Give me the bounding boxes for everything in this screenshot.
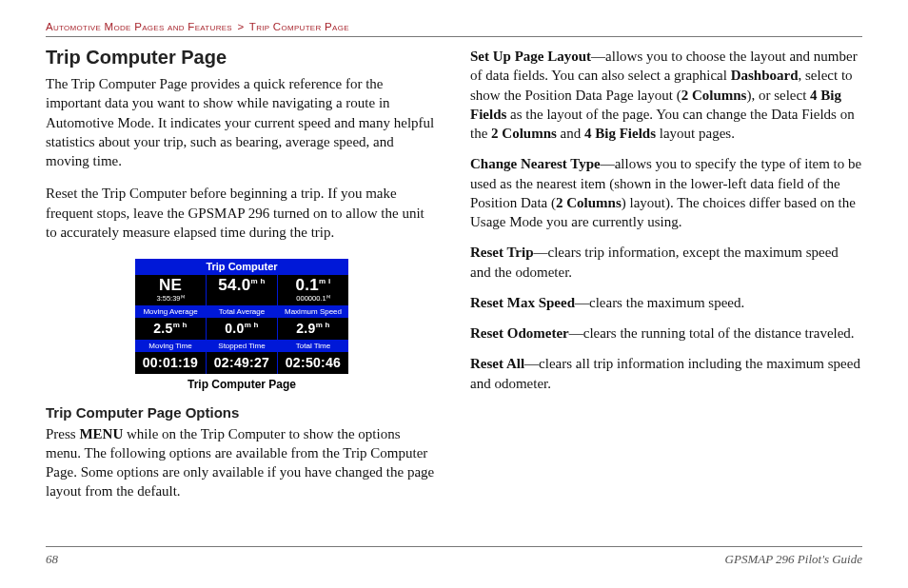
fig-labels-1: Moving Average Total Average Maximum Spe… xyxy=(135,305,348,318)
option-reset-max-speed: Reset Max Speed—clears the maximum speed… xyxy=(470,293,862,312)
speed-cell: 54.0m h xyxy=(207,275,278,305)
option-setup-layout: Set Up Page Layout—allows you to choose … xyxy=(470,47,862,143)
page-number: 68 xyxy=(46,552,58,567)
right-column: Set Up Page Layout—allows you to choose … xyxy=(470,47,862,515)
intro-paragraph: The Trip Computer Page provides a quick … xyxy=(46,74,438,170)
breadcrumb-section: Automotive Mode Pages and Features xyxy=(46,21,232,32)
odometer-cell: 0.1m i 000000.1ᴹ xyxy=(278,275,348,305)
trip-computer-screenshot: Trip Computer NE 3:55:39ᴹ 54.0m h 0.1m i… xyxy=(135,259,348,374)
options-intro: Press MENU while on the Trip Computer to… xyxy=(46,424,438,501)
fig-labels-2: Moving Time Stopped Time Total Time xyxy=(135,340,348,352)
reset-paragraph: Reset the Trip Computer before beginning… xyxy=(46,184,438,242)
fig-title: Trip Computer xyxy=(135,259,348,275)
page-footer: 68 GPSMAP 296 Pilot's Guide xyxy=(46,546,862,567)
left-column: Trip Computer Page The Trip Computer Pag… xyxy=(46,47,438,515)
figure-caption: Trip Computer Page xyxy=(46,378,438,391)
fig-row-2: 2.5m h 0.0m h 2.9m h xyxy=(135,318,348,340)
fig-row-3: 00:01:19 02:49:27 02:50:46 xyxy=(135,352,348,374)
book-title: GPSMAP 296 Pilot's Guide xyxy=(725,552,862,567)
option-reset-all: Reset All—clears all trip information in… xyxy=(470,354,862,393)
option-change-nearest: Change Nearest Type—allows you to specif… xyxy=(470,154,862,231)
options-title: Trip Computer Page Options xyxy=(46,404,438,421)
breadcrumb: Automotive Mode Pages and Features > Tri… xyxy=(46,21,862,37)
option-reset-odometer: Reset Odometer—clears the running total … xyxy=(470,323,862,343)
fig-row-1: NE 3:55:39ᴹ 54.0m h 0.1m i 000000.1ᴹ xyxy=(135,275,348,305)
page-title: Trip Computer Page xyxy=(46,47,438,69)
heading-cell: NE 3:55:39ᴹ xyxy=(135,275,207,305)
option-reset-trip: Reset Trip—clears trip information, exce… xyxy=(470,243,862,282)
content-columns: Trip Computer Page The Trip Computer Pag… xyxy=(46,47,862,515)
breadcrumb-separator: > xyxy=(237,21,244,32)
figure-wrapper: Trip Computer NE 3:55:39ᴹ 54.0m h 0.1m i… xyxy=(46,259,438,391)
breadcrumb-page: Trip Computer Page xyxy=(249,21,349,32)
